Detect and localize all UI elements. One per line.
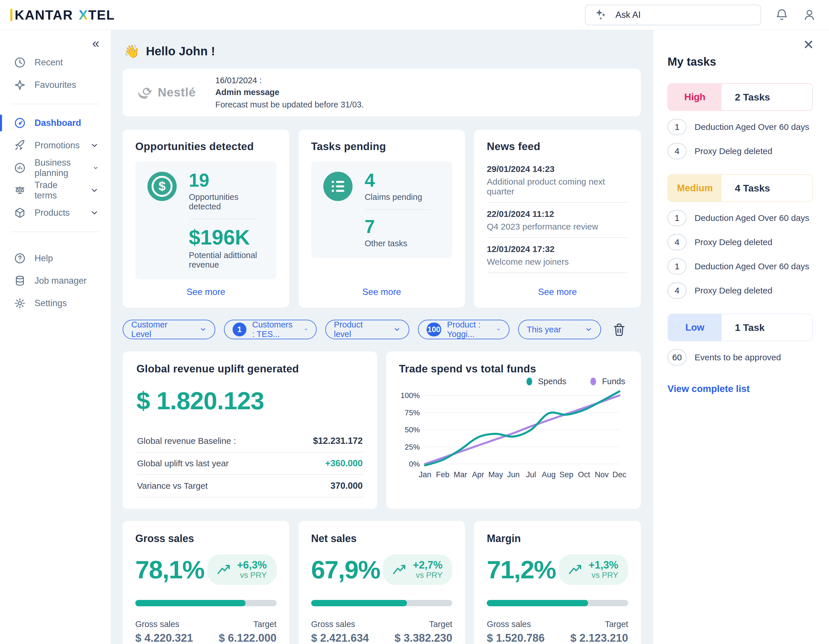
kpi-title: Margin <box>487 532 628 545</box>
task-item[interactable]: 60 Events to be approved <box>668 349 813 366</box>
news-item[interactable]: 22/01/2024 11:12 Q4 2023 performance rev… <box>487 203 628 238</box>
sidebar-item-dashboard[interactable]: Dashboard <box>0 112 111 134</box>
kpi-left-label: Gross sales <box>311 620 369 629</box>
kpi-right-label: Target <box>570 620 628 629</box>
kpi-right-value: $ 3.382.230 <box>395 632 452 644</box>
task-item[interactable]: 1 Deduction Aged Over 60 days <box>668 210 813 226</box>
kpi-percent: 78,1% <box>135 555 204 584</box>
sidebar-item-label: Products <box>35 208 70 218</box>
sidebar-item-favourites[interactable]: Favourites <box>0 74 111 96</box>
see-more-link[interactable]: See more <box>487 279 628 299</box>
task-item[interactable]: 1 Deduction Aged Over 60 days <box>668 119 813 135</box>
svg-text:25%: 25% <box>405 443 420 451</box>
news-text: Q4 2023 performance review <box>487 222 628 232</box>
kpi-progress-fill <box>135 600 246 606</box>
svg-text:Mar: Mar <box>454 470 467 479</box>
revenue-row: Global revenue Baseline : $12.231.172 <box>136 430 363 453</box>
svg-text:Aug: Aug <box>542 470 556 479</box>
admin-message-card: Nestlé 16/01/2024 : Admin message Foreca… <box>123 69 641 116</box>
notifications-bell-icon[interactable] <box>775 8 789 22</box>
trend-up-icon <box>392 564 407 575</box>
chevron-down-icon <box>90 208 99 217</box>
kpi-delta-sub: vs PRY <box>589 571 618 580</box>
task-text: Proxy Deleg deleted <box>695 286 772 295</box>
claims-label: Claims pending <box>365 193 441 202</box>
kpi-right-label: Target <box>219 620 277 629</box>
sidebar-item-job-manager[interactable]: Job manager <box>0 270 111 292</box>
svg-text:Jun: Jun <box>507 470 520 479</box>
revenue-row-label: Global uplift vs last year <box>137 459 229 468</box>
sidebar-item-recent[interactable]: Recent <box>0 51 111 74</box>
brand-name: Nestlé <box>158 85 196 99</box>
chart-title: Trade spend vs total funds <box>399 363 628 375</box>
dollar-coin-icon: $ <box>147 171 177 202</box>
sidebar-collapse-button[interactable]: « <box>92 37 99 49</box>
task-count-badge: 60 <box>668 349 687 366</box>
see-more-link[interactable]: See more <box>311 279 452 299</box>
opportunities-card: Opportunities detected $ 19 Opportunitie… <box>123 129 289 308</box>
kpi-delta-value: +1,3% <box>589 560 618 571</box>
chevron-down-icon <box>496 326 501 333</box>
line-chart: 0%25%50%75%100%JanFebMarAprMayJunJulAugS… <box>399 389 628 486</box>
task-text: Deduction Aged Over 60 days <box>695 213 809 223</box>
filter-customer-level[interactable]: Customer Level <box>123 320 215 339</box>
chevron-down-icon <box>90 141 99 150</box>
sidebar-item-products[interactable]: Products <box>0 202 111 224</box>
news-item[interactable]: 12/01/2024 17:32 Welcome new joiners <box>487 238 628 273</box>
admin-message-date: 16/01/2024 : <box>215 76 364 85</box>
claims-count: 4 <box>365 171 441 189</box>
kpi-right-value: $ 2.123.210 <box>570 632 628 644</box>
task-item[interactable]: 4 Proxy Deleg deleted <box>668 143 813 159</box>
task-item[interactable]: 1 Deduction Aged Over 60 days <box>668 258 813 275</box>
sidebar-divider <box>11 104 99 104</box>
revenue-row: Variance vs Target 370.000 <box>136 475 363 497</box>
kpi-progress-fill <box>487 600 588 606</box>
filter-count-badge: 1 <box>233 323 246 336</box>
news-item[interactable]: 29/01/2024 14:23 Additional product comi… <box>487 158 628 203</box>
task-item[interactable]: 4 Proxy Deleg deleted <box>668 234 813 250</box>
revenue-row-value: +360.000 <box>325 458 363 469</box>
sidebar-item-business-planning[interactable]: Business planning <box>0 157 111 179</box>
filter-product[interactable]: 100 Product : Yoggi... <box>418 320 509 339</box>
task-text: Events to be approved <box>695 352 781 362</box>
clear-filters-trash-icon[interactable] <box>612 322 626 337</box>
my-tasks-title: My tasks <box>668 55 813 68</box>
priority-badge-low: Low <box>668 314 722 341</box>
sidebar-item-trade-terms[interactable]: Trade terms <box>0 179 111 202</box>
opportunities-count-label: Opportunities detected <box>189 193 265 212</box>
sidebar-item-settings[interactable]: Settings <box>0 292 111 314</box>
priority-badge-high: High <box>668 84 722 110</box>
news-date: 29/01/2024 14:23 <box>487 164 628 174</box>
logo-xtel: XTEL <box>79 7 115 23</box>
admin-message-body: Forecast must be updated before 31/03. <box>215 100 364 109</box>
close-icon[interactable]: ✕ <box>803 38 814 51</box>
see-more-link[interactable]: See more <box>135 279 277 299</box>
task-text: Proxy Deleg deleted <box>695 237 772 247</box>
ask-ai-input[interactable]: Ask AI <box>585 5 761 25</box>
chevron-down-icon <box>90 186 99 195</box>
task-item[interactable]: 4 Proxy Deleg deleted <box>668 283 813 299</box>
kpi-progress-fill <box>311 600 407 606</box>
filter-product-level[interactable]: Product level <box>325 320 409 339</box>
task-group-header: High 2 Tasks <box>668 83 813 111</box>
news-text: Additional product coming next quarter <box>487 177 628 196</box>
trade-spend-chart-card: Trade spend vs total funds Spends Funds … <box>386 351 641 509</box>
filter-period[interactable]: This year <box>518 320 601 339</box>
wave-emoji: 👋 <box>124 44 140 59</box>
user-profile-icon[interactable] <box>802 8 816 22</box>
app-logo: KANTAR XTEL <box>10 7 115 23</box>
sidebar-item-help[interactable]: Help <box>0 247 111 270</box>
kpi-title: Net sales <box>311 532 452 545</box>
kpi-progress-track <box>135 600 277 606</box>
kpi-delta-badge: +2,7% vs PRY <box>383 554 452 585</box>
kpi-delta-value: +6,3% <box>237 560 267 571</box>
view-complete-list-link[interactable]: View complete list <box>668 384 813 394</box>
main-content: 👋 Hello John ! Nestlé 16/01/2024 : Admin… <box>111 30 653 644</box>
revenue-row-value: 370.000 <box>331 481 363 491</box>
task-text: Deduction Aged Over 60 days <box>695 262 809 271</box>
clock-icon <box>14 57 26 69</box>
sidebar-item-promotions[interactable]: Promotions <box>0 134 111 157</box>
kpi-title: Gross sales <box>135 532 277 545</box>
filter-customers[interactable]: 1 Customers : TES... <box>224 320 317 339</box>
other-tasks-label: Other tasks <box>365 239 441 248</box>
